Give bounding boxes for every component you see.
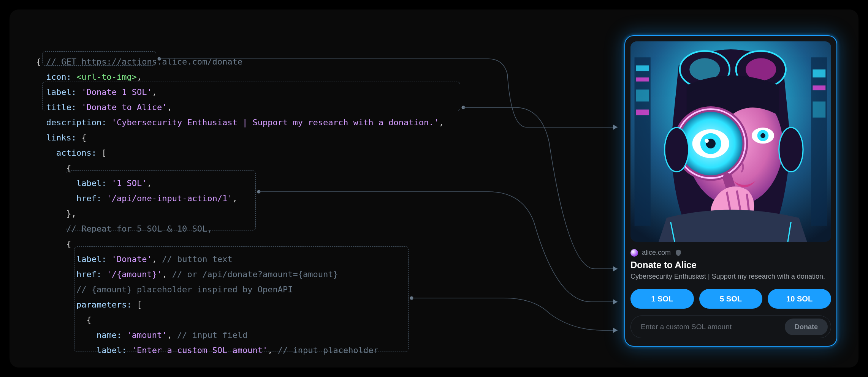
code-block: { // GET https://actions.alice.com/donat… — [36, 39, 444, 358]
code-val-title: 'Donate to Alice' — [81, 103, 167, 112]
code-key-actions: actions: — [56, 148, 97, 158]
code-comment-input-placeholder: // input placeholder — [278, 345, 379, 355]
code-val-description: 'Cybersecurity Enthusiast | Support my r… — [112, 118, 439, 127]
code-key-title: title: — [46, 103, 76, 112]
code-key-action1-href: href: — [76, 270, 101, 279]
code-val-param-name: 'amount' — [127, 330, 167, 340]
card-domain: alice.com — [642, 249, 671, 257]
svg-rect-16 — [813, 85, 825, 90]
card-title: Donate to Alice — [630, 260, 831, 270]
svg-point-34 — [779, 128, 803, 172]
code-val-param-label: 'Enter a custom SOL amount' — [132, 345, 268, 355]
svg-marker-1 — [613, 125, 618, 130]
donate-1sol-button[interactable]: 1 SOL — [630, 289, 694, 309]
code-key-action0-href: href: — [76, 194, 101, 203]
svg-rect-9 — [635, 57, 651, 226]
code-comment-button-text: // button text — [162, 254, 232, 264]
custom-amount-row: Donate — [630, 315, 831, 338]
svg-marker-7 — [613, 328, 618, 333]
svg-rect-11 — [636, 65, 649, 71]
donate-10sol-button[interactable]: 10 SOL — [768, 289, 831, 309]
donate-custom-button[interactable]: Donate — [785, 319, 828, 335]
svg-point-2 — [462, 106, 465, 109]
card-image — [630, 41, 831, 242]
code-comment-repeat: // Repeat for 5 SOL & 10 SOL, — [66, 224, 212, 233]
svg-point-25 — [760, 133, 765, 138]
code-key-action1-label: label: — [76, 254, 106, 264]
svg-point-31 — [705, 139, 709, 143]
code-comment-placeholder: // {amount} placeholder inspired by Open… — [76, 285, 293, 294]
svg-marker-5 — [613, 299, 618, 304]
code-key-links: links: — [46, 133, 76, 142]
card-domain-row: alice.com — [630, 249, 831, 257]
svg-rect-15 — [813, 69, 825, 77]
code-val-action1-label: 'Donate' — [112, 254, 152, 264]
svg-marker-3 — [613, 266, 618, 271]
code-key-icon: icon: — [46, 72, 71, 82]
diagram-canvas: { // GET https://actions.alice.com/donat… — [10, 9, 858, 368]
svg-rect-13 — [636, 90, 649, 102]
cyberpunk-illustration — [630, 41, 831, 242]
svg-rect-10 — [811, 57, 827, 226]
shield-icon — [675, 249, 682, 257]
svg-rect-12 — [636, 77, 649, 82]
code-comment-input-field: // input field — [177, 330, 247, 340]
code-key-label: label: — [46, 87, 76, 97]
code-comment-get: // GET https://actions.alice.com/donate — [46, 57, 243, 66]
card-description: Cybersecurity Enthusiast | Support my re… — [630, 273, 831, 281]
svg-point-33 — [665, 128, 689, 172]
svg-rect-14 — [636, 110, 649, 115]
code-key-param-name: name: — [97, 330, 122, 340]
donate-5sol-button[interactable]: 5 SOL — [699, 289, 763, 309]
domain-favicon-icon — [630, 249, 638, 257]
card-button-row: 1 SOL 5 SOL 10 SOL — [630, 289, 831, 309]
code-val-label: 'Donate 1 SOL' — [81, 87, 152, 97]
action-card: alice.com Donate to Alice Cybersecurity … — [624, 35, 837, 347]
code-key-param-label: label: — [97, 345, 127, 355]
code-key-description: description: — [46, 118, 107, 127]
code-key-parameters: parameters: — [76, 300, 132, 309]
svg-rect-17 — [813, 101, 825, 117]
code-comment-href-alt: // or /api/donate?amount={amount} — [172, 270, 338, 279]
code-key-action0-label: label: — [76, 178, 106, 188]
code-val-action1-href: '/{amount}' — [106, 270, 162, 279]
code-val-action0-href: '/api/one-input-action/1' — [106, 194, 232, 203]
code-val-icon: <url-to-img> — [76, 72, 137, 82]
custom-amount-input[interactable] — [641, 323, 785, 331]
code-val-action0-label: '1 SOL' — [112, 178, 147, 188]
